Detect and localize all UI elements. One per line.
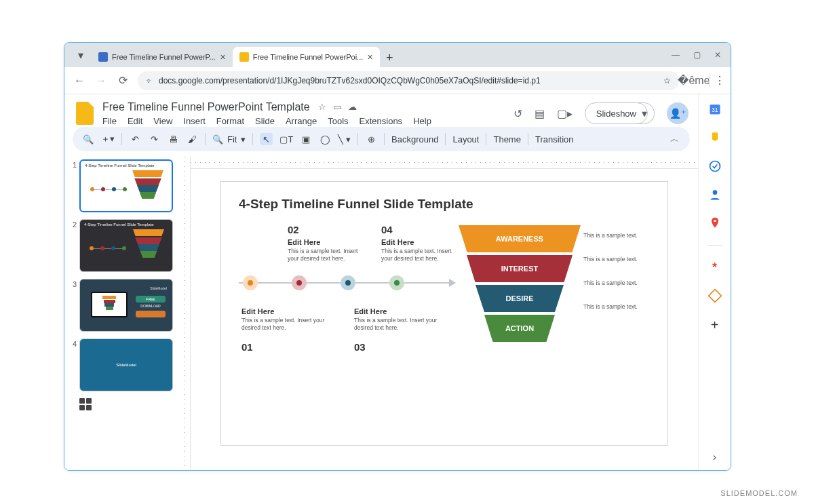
get-addons-icon[interactable]: + (708, 317, 722, 331)
step-num: 03 (354, 341, 448, 353)
tab-list-dropdown[interactable]: ▾ (74, 48, 88, 62)
print-button[interactable]: 🖶 (167, 133, 179, 145)
close-window-icon[interactable]: ✕ (714, 50, 721, 60)
step-heading: Edit Here (354, 307, 448, 315)
svg-text:31: 31 (712, 106, 718, 113)
addon-icon-2[interactable] (708, 289, 722, 303)
step-desc: This is a sample text. Insert your desir… (288, 248, 362, 263)
slide-thumbnail-3[interactable]: SlideModel FREE DOWNLOAD (79, 279, 173, 332)
slideshow-dropdown[interactable]: ▾ (634, 102, 655, 124)
star-icon[interactable]: ☆ (663, 76, 671, 85)
hide-sidepanel-icon[interactable]: › (713, 451, 716, 463)
slide-thumbnail-4[interactable]: SlideModel (79, 338, 173, 391)
menu-edit[interactable]: Edit (128, 116, 142, 126)
menu-file[interactable]: File (102, 116, 117, 126)
textbox-tool[interactable]: ▢T (279, 133, 293, 145)
new-slide-button[interactable]: ＋▾ (101, 133, 115, 145)
undo-button[interactable]: ↶ (129, 133, 141, 145)
funnel-block[interactable]: AWARENESS INTEREST DESIRE ACTION (459, 221, 581, 355)
calendar-icon[interactable]: 31 (708, 102, 722, 116)
step-heading: Edit Here (241, 307, 335, 315)
share-button[interactable]: 👤⁺ (667, 102, 689, 124)
menu-format[interactable]: Format (216, 116, 244, 126)
background-button[interactable]: Background (391, 134, 438, 144)
collapse-toolbar-icon[interactable]: ︿ (668, 133, 680, 145)
menu-help[interactable]: Help (413, 116, 431, 126)
browser-tab-1[interactable]: Free Timeline Funnel PowerP... ✕ (92, 47, 233, 67)
addon-icon-1[interactable]: * (708, 260, 722, 274)
menu-insert[interactable]: Insert (183, 116, 206, 126)
redo-button[interactable]: ↷ (148, 133, 160, 145)
slide-thumbnail-1[interactable]: 4-Step Timeline Funnel Slide Template (79, 159, 173, 212)
reload-button[interactable]: ⟳ (116, 74, 130, 88)
back-button[interactable]: ← (73, 74, 86, 88)
shape-tool[interactable]: ◯ (319, 133, 331, 145)
move-icon[interactable]: ▭ (333, 102, 341, 112)
url-box[interactable]: ᯤ docs.google.com/presentation/d/1IJKgJe… (138, 71, 679, 90)
tab-title: Free Timeline Funnel PowerP... (112, 53, 216, 61)
thumb-num: 2 (70, 219, 77, 272)
cloud-status-icon[interactable]: ☁ (348, 102, 357, 112)
extensions-icon[interactable]: �ême (687, 74, 701, 88)
meet-icon[interactable]: ▢▸ (557, 107, 573, 120)
line-tool[interactable]: ╲ ▾ (338, 133, 351, 145)
svg-point-4 (714, 220, 716, 222)
maximize-icon[interactable]: ▢ (693, 50, 701, 60)
funnel-stage-2: INTEREST (467, 255, 573, 282)
menu-tools[interactable]: Tools (328, 116, 348, 126)
transition-button[interactable]: Transition (535, 134, 574, 144)
maps-icon[interactable] (708, 216, 722, 230)
menu-slide[interactable]: Slide (255, 116, 275, 126)
new-tab-button[interactable]: + (380, 48, 399, 67)
svg-point-2 (710, 161, 720, 172)
slide-title[interactable]: 4-Step Timeline Funnel Slide Template (239, 197, 650, 212)
funnel-captions: This is a sample text. This is a sample … (583, 221, 650, 355)
minimize-icon[interactable]: — (672, 50, 680, 60)
funnel-stage-1: AWARENESS (459, 225, 581, 252)
slide-canvas[interactable]: 4-Step Timeline Funnel Slide Template 02… (220, 181, 668, 446)
paint-format-button[interactable]: 🖌 (186, 133, 198, 145)
slides-logo[interactable] (74, 100, 96, 127)
thumb-num: 4 (70, 338, 77, 391)
menu-arrange[interactable]: Arrange (286, 116, 317, 126)
tasks-icon[interactable] (708, 159, 722, 173)
contacts-icon[interactable] (708, 188, 722, 201)
close-icon[interactable]: ✕ (367, 53, 373, 62)
step-num: 01 (241, 341, 335, 353)
svg-rect-5 (708, 290, 721, 303)
watermark: SLIDEMODEL.COM (720, 489, 798, 497)
layout-button[interactable]: Layout (452, 134, 479, 144)
slide-thumbnail-2[interactable]: 4-Step Timeline Funnel Slide Template (79, 219, 173, 272)
ruler-horizontal (191, 157, 698, 169)
document-title[interactable]: Free Timeline Funnel PowerPoint Template (102, 101, 310, 113)
comments-icon[interactable]: ▤ (535, 107, 545, 120)
browser-tab-2[interactable]: Free Timeline Funnel PowerPoi... ✕ (233, 47, 381, 67)
tab-strip: ▾ Free Timeline Funnel PowerP... ✕ Free … (64, 43, 731, 67)
site-info-icon[interactable]: ᯤ (146, 77, 153, 85)
timeline-block[interactable]: 02 Edit Here This is a sample text. Inse… (239, 221, 456, 355)
comment-tool[interactable]: ⊕ (365, 133, 377, 145)
theme-button[interactable]: Theme (493, 134, 520, 144)
select-tool[interactable]: ↖ (260, 133, 273, 145)
toolbar: 🔍 ＋▾ ↶ ↷ 🖶 🖌 🔍 Fit ▾ ↖ ▢T ▣ ◯ ╲ ▾ ⊕ Back… (73, 127, 690, 151)
slide-stage[interactable]: 4-Step Timeline Funnel Slide Template 02… (191, 169, 698, 470)
zoom-control[interactable]: 🔍 Fit ▾ (212, 134, 246, 144)
menu-extensions[interactable]: Extensions (360, 116, 403, 126)
menu-view[interactable]: View (153, 116, 172, 126)
forward-button[interactable]: → (94, 74, 108, 88)
grid-view-button[interactable] (79, 398, 92, 410)
funnel-stage-3: DESIRE (476, 285, 564, 312)
filmstrip[interactable]: 1 4-Step Timeline Funnel Slide Template (64, 157, 178, 470)
history-icon[interactable]: ↺ (513, 107, 522, 120)
close-icon[interactable]: ✕ (220, 53, 226, 62)
image-tool[interactable]: ▣ (300, 133, 312, 145)
caption: This is a sample text. (583, 303, 650, 311)
thumb-num: 1 (70, 159, 77, 212)
url-text: docs.google.com/presentation/d/1IJKgJeq9… (159, 76, 541, 85)
star-icon[interactable]: ☆ (318, 102, 326, 112)
chrome-menu-icon[interactable]: ⋮ (709, 74, 722, 88)
keep-icon[interactable] (708, 131, 722, 144)
step-desc: This is a sample text. Insert your desir… (241, 317, 335, 332)
search-menus-icon[interactable]: 🔍 (82, 133, 94, 145)
caption: This is a sample text. (583, 232, 650, 239)
